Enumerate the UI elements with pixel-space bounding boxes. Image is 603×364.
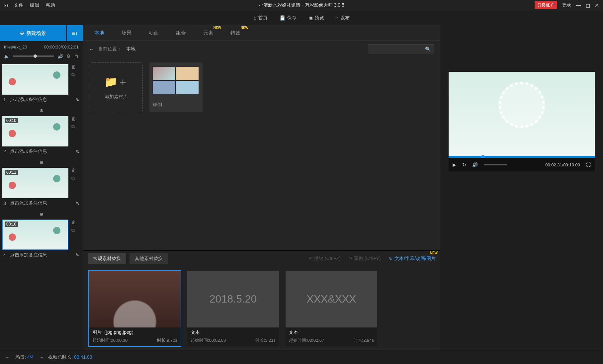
copy-icon[interactable]: ⧉ (71, 176, 76, 181)
bottom-panel: 常规素材替换 其他素材替换 ↶ 撤销 (Ctrl+Z) ↷ 重做 (Ctrl+Y… (83, 250, 440, 350)
publish-button[interactable]: ↑发布 (336, 15, 350, 21)
preview-panel: ▶ ↻ 🔊 00:02.31/00:10.00 ⛶ (440, 25, 603, 350)
redo-label: 重做 (Ctrl+Y) (354, 256, 381, 261)
edit-icon[interactable]: ✎ (75, 252, 79, 258)
tab-combo[interactable]: 组合 (167, 26, 195, 40)
new-scene-button[interactable]: ⊕ 新建场景 (0, 25, 66, 41)
volume-seek[interactable] (484, 164, 507, 165)
sample-label: 样例 (153, 102, 162, 108)
copy-icon[interactable]: ⧉ (71, 124, 76, 130)
pencil-icon: ✎ (388, 256, 392, 261)
trash-icon[interactable]: 🗑 (71, 64, 76, 69)
scene-label[interactable]: 点击添加备注信息 (10, 200, 73, 206)
add-scene-icon[interactable]: ⊕ (40, 212, 43, 217)
tab-element[interactable]: 元素NEW (195, 26, 222, 40)
scene-label[interactable]: 点击添加备注信息 (10, 97, 73, 103)
replace-item[interactable]: 2018.5.20 文本 起始时间:00:02.08时长:3.21s (187, 271, 279, 346)
file-path: tfiles/ext_20 (4, 45, 27, 49)
maximize-icon[interactable]: ◻ (586, 2, 590, 9)
redo-button[interactable]: ↷ 重做 (Ctrl+Y) (349, 256, 381, 262)
logo-icon: ⟭⟬ (4, 3, 9, 8)
edit-icon[interactable]: ✎ (75, 97, 79, 102)
next-icon[interactable]: → (40, 355, 44, 360)
sort-button[interactable]: ≡↓ (67, 25, 83, 41)
item-start: 起始时间:00:02.08 (191, 337, 226, 343)
save-button[interactable]: 💾保存 (280, 15, 297, 21)
fullscreen-icon[interactable]: ⛶ (586, 162, 591, 167)
replace-item[interactable]: XXX&XXX 文本 起始时间:00:02.67时长:2.94s (286, 271, 377, 346)
action-bar: ⌂首页 💾保存 ▣预览 ↑发布 (0, 11, 603, 25)
tab-local[interactable]: 本地 (86, 26, 113, 40)
search-input[interactable]: 🔍 (368, 44, 434, 54)
sidebar: ⊕ 新建场景 ≡↓ tfiles/ext_20 00:00:33/00:02:0… (0, 25, 83, 350)
add-library-label: 添加素材库 (105, 94, 128, 100)
volume-up-icon[interactable]: 🔊 (57, 53, 63, 59)
trash-icon-icon[interactable]: 🗑 (71, 168, 76, 173)
tab-replace-normal[interactable]: 常规素材替换 (88, 253, 126, 264)
home-button[interactable]: ⌂首页 (253, 15, 267, 21)
edit-icon[interactable]: ✎ (75, 201, 79, 206)
sample-library-card[interactable]: 样例 (149, 62, 203, 112)
loop-icon[interactable]: ↻ (462, 162, 466, 167)
replace-item[interactable]: 图片（jpg,png,jpeg） 起始时间:00:00.30时长:9.70s (89, 271, 181, 346)
trash-icon[interactable]: 🗑 (71, 220, 76, 225)
item-duration: 时长:9.70s (157, 337, 177, 343)
close-icon[interactable]: ✕ (595, 2, 599, 9)
copy-icon[interactable]: ⧉ (71, 228, 76, 233)
text-subtitle-link[interactable]: ✎ 文本/字幕/动画/图片 NEW (388, 256, 436, 262)
gear-icon[interactable]: ⚙ (66, 53, 71, 59)
main-menu: 文件 编辑 帮助 (14, 2, 55, 8)
add-scene-icon[interactable]: ⊕ (40, 108, 43, 113)
back-icon[interactable]: ← (89, 46, 94, 52)
scene-label[interactable]: 点击添加备注信息 (10, 252, 73, 258)
scene-item[interactable]: 🗑⧉ 1 点击添加备注信息 ✎ (2, 64, 81, 105)
login-button[interactable]: 登录 (562, 2, 571, 8)
item-title: 文本 (286, 327, 377, 337)
publish-icon: ↑ (336, 15, 338, 21)
scene-item[interactable]: 00:10 🗑⧉ 4 点击添加备注信息 ✎ (2, 220, 81, 260)
volume-down-icon[interactable]: 🔉 (4, 53, 10, 59)
trash-icon[interactable]: 🗑 (71, 116, 76, 121)
minimize-icon[interactable]: — (576, 2, 581, 9)
new-badge: NEW (214, 26, 221, 30)
preview-button[interactable]: ▣预览 (308, 15, 324, 21)
new-scene-label: 新建场景 (26, 30, 46, 37)
save-label: 保存 (287, 15, 297, 21)
tab-effect[interactable]: 特效NEW (222, 26, 249, 40)
trash-icon[interactable]: 🗑 (74, 53, 79, 59)
menu-edit[interactable]: 编辑 (30, 2, 39, 8)
item-title: 图片（jpg,png,jpeg） (89, 327, 181, 337)
folder-plus-icon: 📁＋ (104, 75, 128, 89)
time-info: 00:00:33/00:02:01 (44, 45, 79, 49)
menu-file[interactable]: 文件 (14, 2, 23, 8)
center-panel: 本地 场景 动画 组合 元素NEW 特效NEW ← 当前位置： 本地 🔍 📁＋ … (83, 25, 440, 350)
preview-canvas[interactable] (449, 72, 595, 158)
menu-help[interactable]: 帮助 (46, 2, 55, 8)
sidebar-controls: 🔉 🔊 ⚙ 🗑 (0, 51, 83, 63)
library-grid: 📁＋ 添加素材库 样例 (83, 58, 440, 250)
copy-icon[interactable]: ⧉ (71, 72, 76, 78)
add-library-card[interactable]: 📁＋ 添加素材库 (90, 62, 143, 112)
upgrade-button[interactable]: 升级账户 (535, 1, 557, 9)
add-scene-icon[interactable]: ⊕ (40, 160, 43, 165)
undo-button[interactable]: ↶ 撤销 (Ctrl+Z) (309, 256, 341, 262)
scene-count-label: 场景: (15, 354, 26, 360)
plus-icon: ⊕ (20, 30, 24, 36)
prev-icon[interactable]: ← (5, 355, 9, 360)
tab-scene[interactable]: 场景 (113, 26, 140, 40)
tab-anim[interactable]: 动画 (140, 26, 167, 40)
scene-item[interactable]: 00:10 🗑⧉ 2 点击添加备注信息 ✎ (2, 116, 81, 156)
play-icon[interactable]: ▶ (453, 162, 456, 167)
undo-label: 撤销 (Ctrl+Z) (314, 256, 341, 261)
scene-item[interactable]: 00:11 🗑⧉ 3 点击添加备注信息 ✎ (2, 168, 81, 208)
volume-icon[interactable]: 🔊 (472, 162, 478, 167)
scene-index: 1 (3, 97, 8, 102)
volume-slider[interactable] (13, 55, 54, 57)
item-preview: 2018.5.20 (187, 271, 279, 327)
preview-time: 00:02.31/00:10.00 (545, 162, 580, 167)
scene-label[interactable]: 点击添加备注信息 (10, 148, 73, 154)
item-title: 文本 (187, 327, 279, 337)
edit-icon[interactable]: ✎ (75, 149, 79, 154)
item-duration: 时长:2.94s (354, 337, 374, 343)
tab-replace-other[interactable]: 其他素材替换 (129, 253, 168, 264)
